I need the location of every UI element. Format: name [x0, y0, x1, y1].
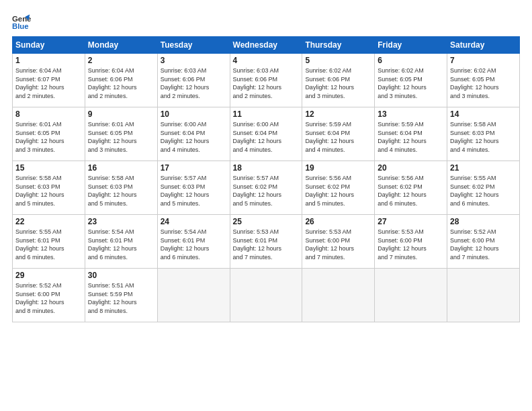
day-number: 5	[305, 56, 371, 65]
calendar-cell: 1Sunrise: 6:04 AM Sunset: 6:07 PM Daylig…	[13, 54, 85, 107]
calendar-week-3: 15Sunrise: 5:58 AM Sunset: 6:03 PM Dayli…	[13, 161, 520, 215]
day-info: Sunrise: 5:58 AM Sunset: 6:03 PM Dayligh…	[450, 120, 517, 154]
day-info: Sunrise: 5:52 AM Sunset: 6:00 PM Dayligh…	[450, 228, 517, 261]
calendar-cell	[157, 269, 230, 322]
calendar-cell: 16Sunrise: 5:58 AM Sunset: 6:03 PM Dayli…	[85, 161, 157, 215]
calendar-week-4: 22Sunrise: 5:55 AM Sunset: 6:01 PM Dayli…	[13, 215, 520, 269]
calendar-table: SundayMondayTuesdayWednesdayThursdayFrid…	[12, 36, 520, 322]
day-number: 6	[378, 56, 444, 65]
calendar-cell: 15Sunrise: 5:58 AM Sunset: 6:03 PM Dayli…	[13, 161, 85, 215]
day-info: Sunrise: 6:02 AM Sunset: 6:05 PM Dayligh…	[450, 66, 517, 100]
calendar-cell: 14Sunrise: 5:58 AM Sunset: 6:03 PM Dayli…	[447, 107, 520, 161]
calendar-cell: 30Sunrise: 5:51 AM Sunset: 5:59 PM Dayli…	[85, 269, 157, 322]
calendar-week-5: 29Sunrise: 5:52 AM Sunset: 6:00 PM Dayli…	[13, 269, 520, 322]
day-number: 29	[15, 271, 82, 280]
day-number: 3	[161, 56, 227, 65]
calendar-cell: 21Sunrise: 5:55 AM Sunset: 6:02 PM Dayli…	[447, 161, 520, 215]
day-info: Sunrise: 6:03 AM Sunset: 6:06 PM Dayligh…	[161, 66, 227, 100]
day-info: Sunrise: 5:59 AM Sunset: 6:04 PM Dayligh…	[378, 120, 444, 154]
day-number: 16	[88, 163, 154, 173]
day-number: 13	[378, 109, 444, 119]
day-info: Sunrise: 6:02 AM Sunset: 6:06 PM Dayligh…	[305, 66, 371, 100]
day-number: 20	[378, 163, 444, 173]
day-info: Sunrise: 6:04 AM Sunset: 6:07 PM Dayligh…	[15, 66, 82, 100]
day-number: 1	[15, 56, 82, 65]
day-number: 23	[88, 217, 154, 226]
day-number: 8	[15, 109, 82, 119]
day-info: Sunrise: 5:52 AM Sunset: 6:00 PM Dayligh…	[15, 281, 82, 315]
day-info: Sunrise: 5:56 AM Sunset: 6:02 PM Dayligh…	[378, 174, 444, 208]
weekday-header-tuesday: Tuesday	[157, 37, 230, 54]
day-info: Sunrise: 6:04 AM Sunset: 6:06 PM Dayligh…	[88, 66, 154, 100]
calendar-cell: 12Sunrise: 5:59 AM Sunset: 6:04 PM Dayli…	[302, 107, 375, 161]
day-info: Sunrise: 5:54 AM Sunset: 6:01 PM Dayligh…	[161, 228, 227, 261]
calendar-cell: 2Sunrise: 6:04 AM Sunset: 6:06 PM Daylig…	[85, 54, 157, 107]
day-number: 18	[233, 163, 300, 173]
calendar-cell: 18Sunrise: 5:57 AM Sunset: 6:02 PM Dayli…	[230, 161, 302, 215]
day-info: Sunrise: 5:58 AM Sunset: 6:03 PM Dayligh…	[88, 174, 154, 208]
calendar-cell: 24Sunrise: 5:54 AM Sunset: 6:01 PM Dayli…	[157, 215, 230, 269]
day-number: 15	[15, 163, 82, 173]
calendar-cell: 5Sunrise: 6:02 AM Sunset: 6:06 PM Daylig…	[302, 54, 375, 107]
day-number: 28	[450, 217, 517, 226]
weekday-header-saturday: Saturday	[447, 37, 520, 54]
day-info: Sunrise: 6:01 AM Sunset: 6:05 PM Dayligh…	[88, 120, 154, 154]
day-number: 14	[450, 109, 517, 119]
day-info: Sunrise: 5:53 AM Sunset: 6:00 PM Dayligh…	[305, 228, 371, 261]
day-number: 12	[305, 109, 371, 119]
day-info: Sunrise: 5:57 AM Sunset: 6:03 PM Dayligh…	[161, 174, 227, 208]
day-number: 11	[233, 109, 300, 119]
calendar-week-1: 1Sunrise: 6:04 AM Sunset: 6:07 PM Daylig…	[13, 54, 520, 107]
weekday-header-row: SundayMondayTuesdayWednesdayThursdayFrid…	[13, 37, 520, 54]
day-info: Sunrise: 5:54 AM Sunset: 6:01 PM Dayligh…	[88, 228, 154, 261]
day-info: Sunrise: 5:55 AM Sunset: 6:01 PM Dayligh…	[15, 228, 82, 261]
day-info: Sunrise: 5:51 AM Sunset: 5:59 PM Dayligh…	[88, 281, 154, 315]
day-number: 22	[15, 217, 82, 226]
day-info: Sunrise: 6:00 AM Sunset: 6:04 PM Dayligh…	[161, 120, 227, 154]
calendar-cell: 17Sunrise: 5:57 AM Sunset: 6:03 PM Dayli…	[157, 161, 230, 215]
day-info: Sunrise: 5:53 AM Sunset: 6:00 PM Dayligh…	[378, 228, 444, 261]
calendar-cell: 11Sunrise: 6:00 AM Sunset: 6:04 PM Dayli…	[230, 107, 302, 161]
logo-icon: General Blue	[12, 12, 31, 31]
day-number: 19	[305, 163, 371, 173]
day-info: Sunrise: 5:58 AM Sunset: 6:03 PM Dayligh…	[15, 174, 82, 208]
calendar-cell: 4Sunrise: 6:03 AM Sunset: 6:06 PM Daylig…	[230, 54, 302, 107]
day-number: 7	[450, 56, 517, 65]
calendar-cell: 7Sunrise: 6:02 AM Sunset: 6:05 PM Daylig…	[447, 54, 520, 107]
day-info: Sunrise: 5:59 AM Sunset: 6:04 PM Dayligh…	[305, 120, 371, 154]
day-info: Sunrise: 5:55 AM Sunset: 6:02 PM Dayligh…	[450, 174, 517, 208]
calendar-cell: 3Sunrise: 6:03 AM Sunset: 6:06 PM Daylig…	[157, 54, 230, 107]
day-number: 9	[88, 109, 154, 119]
calendar-cell: 22Sunrise: 5:55 AM Sunset: 6:01 PM Dayli…	[13, 215, 85, 269]
calendar-cell: 23Sunrise: 5:54 AM Sunset: 6:01 PM Dayli…	[85, 215, 157, 269]
weekday-header-wednesday: Wednesday	[230, 37, 302, 54]
calendar-cell: 20Sunrise: 5:56 AM Sunset: 6:02 PM Dayli…	[375, 161, 447, 215]
calendar-cell	[302, 269, 375, 322]
calendar-cell: 19Sunrise: 5:56 AM Sunset: 6:02 PM Dayli…	[302, 161, 375, 215]
weekday-header-sunday: Sunday	[13, 37, 85, 54]
calendar-cell: 8Sunrise: 6:01 AM Sunset: 6:05 PM Daylig…	[13, 107, 85, 161]
calendar-cell: 25Sunrise: 5:53 AM Sunset: 6:01 PM Dayli…	[230, 215, 302, 269]
calendar-cell	[375, 269, 447, 322]
calendar-cell: 13Sunrise: 5:59 AM Sunset: 6:04 PM Dayli…	[375, 107, 447, 161]
day-info: Sunrise: 6:00 AM Sunset: 6:04 PM Dayligh…	[233, 120, 300, 154]
day-number: 10	[161, 109, 227, 119]
calendar-cell: 26Sunrise: 5:53 AM Sunset: 6:00 PM Dayli…	[302, 215, 375, 269]
calendar-cell: 6Sunrise: 6:02 AM Sunset: 6:05 PM Daylig…	[375, 54, 447, 107]
calendar-cell: 9Sunrise: 6:01 AM Sunset: 6:05 PM Daylig…	[85, 107, 157, 161]
day-number: 30	[88, 271, 154, 280]
day-number: 4	[233, 56, 300, 65]
page-header: General Blue	[12, 12, 520, 31]
day-number: 26	[305, 217, 371, 226]
calendar-cell: 10Sunrise: 6:00 AM Sunset: 6:04 PM Dayli…	[157, 107, 230, 161]
svg-text:Blue: Blue	[12, 22, 29, 30]
day-info: Sunrise: 5:57 AM Sunset: 6:02 PM Dayligh…	[233, 174, 300, 208]
calendar-cell: 27Sunrise: 5:53 AM Sunset: 6:00 PM Dayli…	[375, 215, 447, 269]
day-number: 25	[233, 217, 300, 226]
day-info: Sunrise: 6:01 AM Sunset: 6:05 PM Dayligh…	[15, 120, 82, 154]
calendar-page: General Blue SundayMondayTuesdayWednesda…	[0, 0, 532, 411]
calendar-week-2: 8Sunrise: 6:01 AM Sunset: 6:05 PM Daylig…	[13, 107, 520, 161]
weekday-header-thursday: Thursday	[302, 37, 375, 54]
day-info: Sunrise: 6:03 AM Sunset: 6:06 PM Dayligh…	[233, 66, 300, 100]
calendar-cell: 28Sunrise: 5:52 AM Sunset: 6:00 PM Dayli…	[447, 215, 520, 269]
